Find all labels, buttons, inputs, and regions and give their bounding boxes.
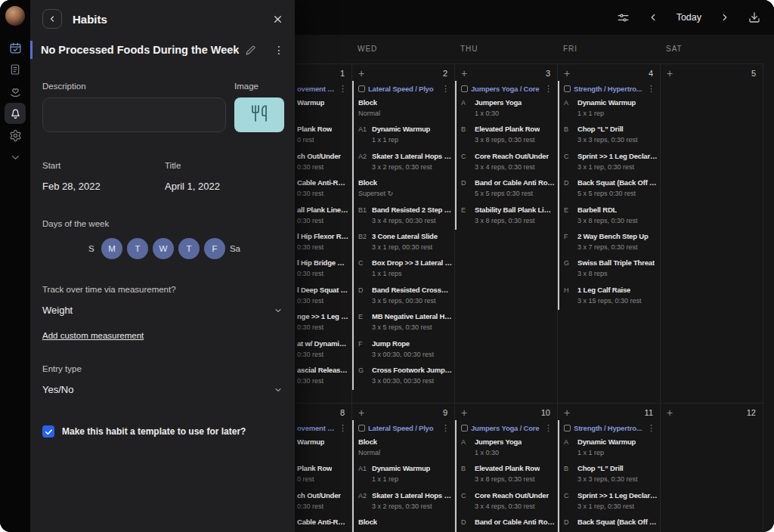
exercise-entry[interactable]: CSprint >> 1 Leg Declarations3 x 1 rep, … — [564, 489, 658, 515]
exercise-entry[interactable]: Warmup — [297, 96, 349, 122]
workout-menu-kebab-icon[interactable]: ⋮ — [338, 84, 349, 94]
exercise-entry[interactable]: F2 Way Bench Step Up3 x 7 reps, 0:30 res… — [564, 230, 658, 256]
workout-menu-kebab-icon[interactable]: ⋮ — [441, 423, 452, 433]
calendar-icon[interactable] — [5, 37, 26, 58]
exercise-entry[interactable]: A2Skater 3 Lateral Hops >> ...3 x 2 reps… — [358, 489, 452, 515]
workout-checkbox[interactable] — [358, 85, 365, 92]
exercise-entry[interactable]: H1 Leg Calf Raise3 x 15 reps, 0:30 rest — [564, 283, 658, 310]
day-cell-2[interactable]: +2Lateral Speed / Plyo⋮BlockNormalA1Dyna… — [352, 63, 454, 403]
exercise-entry[interactable]: BChop “L” Drill3 x 3 reps, 0:30 rest — [564, 462, 658, 488]
exercise-entry[interactable]: A1Dynamic Warmup1 x 1 rep — [358, 462, 452, 488]
exercise-entry[interactable]: CCore Reach Out/Under3 x 4 reps, 0:30 re… — [461, 489, 555, 515]
workout-checkbox[interactable] — [564, 85, 571, 92]
add-workout-button[interactable]: + — [461, 409, 467, 417]
exercise-entry[interactable]: Cable Anti-Rotati...0:30 rest — [297, 176, 349, 203]
exercise-entry[interactable]: Warmup — [297, 435, 349, 462]
day-cell-11[interactable]: +11Strength / Hypertro...⋮ADynamic Warmu… — [558, 403, 660, 532]
workout-checkbox[interactable] — [564, 425, 571, 431]
exercise-entry[interactable]: B1Band Resisted 2 Step Late...3 x 4 reps… — [358, 203, 452, 230]
exercise-entry[interactable]: BElevated Plank Row3 x 8 reps, 0:30 rest — [461, 462, 555, 488]
workout-title[interactable]: ovement Q... — [297, 424, 335, 432]
day-cell-12[interactable]: +12 — [661, 403, 763, 532]
day-cell-3[interactable]: +3Jumpers Yoga / Core⋮AJumpers Yoga1 x 0… — [455, 63, 557, 403]
workout-menu-kebab-icon[interactable]: ⋮ — [646, 84, 658, 94]
measurement-select[interactable]: Weight — [42, 305, 284, 316]
exercise-entry[interactable]: DBack Squat (Back Off Set)5 x 5 reps 0:3… — [564, 176, 658, 203]
day-cell-9[interactable]: +9Lateral Speed / Plyo⋮BlockNormalA1Dyna… — [352, 403, 454, 532]
add-workout-button[interactable]: + — [461, 70, 467, 78]
exercise-entry[interactable]: Block — [358, 515, 452, 532]
exercise-entry[interactable]: CSprint >> 1 Leg Declarations3 x 1 rep, … — [564, 150, 658, 176]
workout-checkbox[interactable] — [358, 425, 365, 431]
end-date-field[interactable]: April 1, 2022 — [165, 181, 220, 192]
workout-menu-kebab-icon[interactable]: ⋮ — [441, 84, 452, 94]
exercise-entry[interactable]: GSwiss Ball Triple Threat3 x 8 reps — [564, 256, 658, 283]
exercise-entry[interactable]: ADynamic Warmup1 x 1 rep — [564, 96, 658, 122]
workout-menu-kebab-icon[interactable]: ⋮ — [338, 423, 349, 433]
exercise-entry[interactable]: B23 Cone Lateral Slide3 x 1 rep, 00:30 r… — [358, 230, 452, 256]
day-chip-t[interactable]: T — [127, 238, 148, 259]
close-icon[interactable] — [271, 13, 284, 26]
exercise-entry[interactable]: BlockSuperset ↻ — [358, 176, 452, 203]
heart-hands-icon[interactable] — [5, 81, 26, 102]
exercise-entry[interactable]: ch Out/Under0:30 rest — [297, 150, 349, 176]
exercise-entry[interactable]: DBand or Cable Anti Rotati...5 x 5 reps … — [461, 176, 555, 203]
exercise-entry[interactable]: A1Dynamic Warmup1 x 1 rep — [358, 122, 452, 149]
exercise-entry[interactable]: A2Skater 3 Lateral Hops >> ...3 x 2 reps… — [358, 150, 452, 176]
day-cell-4[interactable]: +4Strength / Hypertro...⋮ADynamic Warmup… — [558, 63, 660, 403]
workout-title[interactable]: Lateral Speed / Plyo — [368, 85, 438, 93]
exercise-entry[interactable]: l Hip Bridge w/ ...0:30 rest — [297, 256, 349, 283]
template-checkbox[interactable] — [42, 425, 54, 438]
bell-icon[interactable] — [5, 103, 26, 124]
workout-title[interactable]: ovement Q... — [297, 85, 335, 93]
exercise-entry[interactable]: nge >> 1 Leg St...0:30 rest — [297, 310, 349, 336]
exercise-entry[interactable]: l Deep Squat Mo...0:30 rest — [297, 283, 349, 310]
add-custom-measurement-link[interactable]: Add custom measurement — [42, 331, 144, 340]
exercise-entry[interactable]: Plank Row0 rest — [297, 462, 349, 488]
exercise-entry[interactable]: BElevated Plank Row3 x 8 reps, 0:30 rest — [461, 122, 555, 149]
exercise-entry[interactable]: DBack Squat (Back Off Set) — [564, 515, 658, 532]
exercise-entry[interactable]: FJump Rope3 x 00:30, 00:30 rest — [358, 337, 452, 363]
add-workout-button[interactable]: + — [564, 409, 570, 417]
add-workout-button[interactable]: + — [564, 70, 570, 78]
exercise-entry[interactable]: EStability Ball Plank Linear ...3 x 8 re… — [461, 203, 555, 230]
day-chip-t[interactable]: T — [178, 238, 200, 259]
workout-title[interactable]: Lateral Speed / Plyo — [368, 424, 438, 432]
day-chip-sa[interactable]: Sa — [230, 244, 240, 253]
day-cell-5[interactable]: +5 — [661, 63, 763, 403]
workout-menu-kebab-icon[interactable]: ⋮ — [543, 423, 555, 433]
avatar[interactable] — [5, 6, 25, 26]
start-date-field[interactable]: Feb 28, 2022 — [42, 181, 165, 192]
add-workout-button[interactable]: + — [358, 409, 364, 417]
day-cell-10[interactable]: +10Jumpers Yoga / Core⋮AJumpers Yoga1 x … — [455, 403, 557, 532]
exercise-entry[interactable]: ch Out/Under0:30 rest — [297, 489, 349, 515]
gear-icon[interactable] — [5, 125, 26, 146]
clipboard-icon[interactable] — [5, 59, 26, 80]
exercise-entry[interactable]: Plank Row0 rest — [297, 122, 349, 149]
exercise-entry[interactable]: CCore Reach Out/Under3 x 4 reps, 0:30 re… — [461, 150, 555, 176]
add-workout-button[interactable]: + — [358, 70, 364, 78]
exercise-entry[interactable]: at w/ Dynamic P...0:30 rest — [297, 337, 349, 363]
day-chip-f[interactable]: F — [204, 238, 225, 259]
add-workout-button[interactable]: + — [667, 70, 673, 78]
description-input[interactable] — [42, 97, 226, 132]
exercise-entry[interactable]: EBarbell RDL3 x 8 reps, 0:30 rest — [564, 203, 658, 230]
workout-checkbox[interactable] — [461, 85, 468, 92]
workout-checkbox[interactable] — [461, 425, 468, 431]
exercise-entry[interactable]: ascial Release C...0:30 rest — [297, 363, 349, 390]
back-button[interactable] — [42, 9, 62, 29]
exercise-entry[interactable]: Cable Anti-Rotati... — [297, 515, 349, 532]
exercise-entry[interactable]: AJumpers Yoga1 x 0:30 — [461, 435, 555, 462]
workout-title[interactable]: Strength / Hypertro... — [574, 424, 643, 432]
exercise-entry[interactable]: l Hip Flexor Rais...0:30 rest — [297, 230, 349, 256]
exercise-entry[interactable]: GCross Footwork Jump Rope3 x 00:30, 00:3… — [358, 363, 452, 390]
add-workout-button[interactable]: + — [667, 409, 673, 417]
day-chip-w[interactable]: W — [153, 238, 174, 259]
entry-type-select[interactable]: Yes/No — [42, 384, 284, 395]
exercise-entry[interactable]: ADynamic Warmup1 x 1 rep — [564, 435, 658, 462]
exercise-entry[interactable]: EMB Negative Lateral Hop...3 x 5 reps, 0… — [358, 310, 452, 336]
day-chip-m[interactable]: M — [101, 238, 122, 259]
workout-title[interactable]: Jumpers Yoga / Core — [471, 424, 540, 432]
day-chip-s[interactable]: S — [86, 244, 97, 253]
workout-menu-kebab-icon[interactable]: ⋮ — [646, 423, 658, 433]
